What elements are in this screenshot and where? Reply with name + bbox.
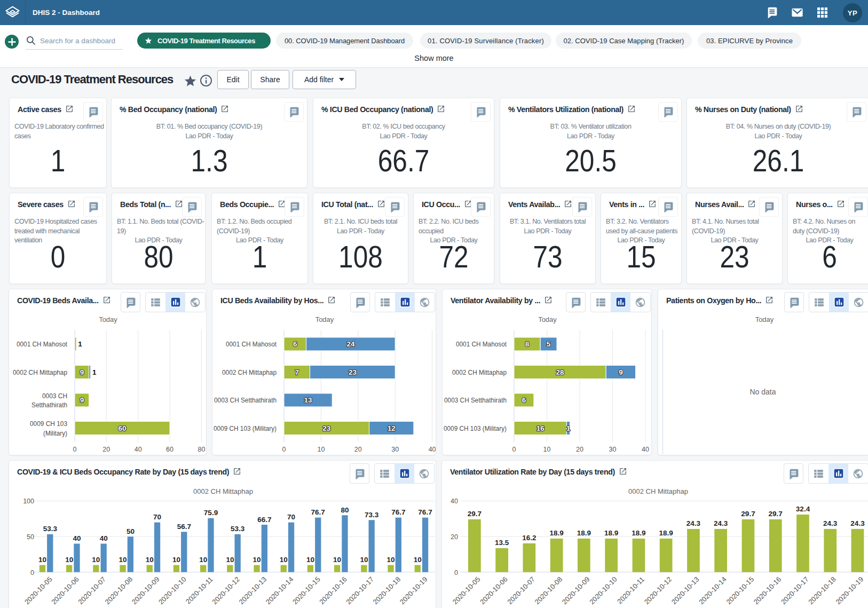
svg-text:2020-10-05: 2020-10-05 (451, 575, 482, 606)
svg-text:76.7: 76.7 (418, 508, 432, 516)
svg-text:2020-10-12: 2020-10-12 (210, 575, 241, 606)
svg-text:10: 10 (38, 556, 46, 564)
svg-text:9: 9 (80, 368, 84, 376)
svg-text:53.3: 53.3 (231, 525, 245, 533)
svg-text:2020-10-08: 2020-10-08 (104, 575, 135, 606)
svg-text:2020-10-17: 2020-10-17 (779, 575, 810, 606)
svg-text:24.3: 24.3 (823, 519, 838, 527)
svg-text:20: 20 (354, 446, 362, 453)
svg-text:10: 10 (414, 556, 422, 564)
svg-text:73.3: 73.3 (365, 511, 379, 519)
svg-text:2020-10-08: 2020-10-08 (533, 575, 564, 606)
svg-text:13: 13 (304, 396, 313, 404)
svg-text:10: 10 (253, 556, 261, 564)
svg-text:0003 CH Setthathirath: 0003 CH Setthathirath (444, 396, 507, 404)
svg-text:10: 10 (92, 556, 100, 564)
svg-text:23: 23 (349, 368, 357, 376)
svg-text:2020-10-19: 2020-10-19 (398, 575, 429, 606)
svg-text:Setthathirath: Setthathirath (31, 401, 67, 409)
svg-text:18.9: 18.9 (659, 529, 673, 537)
svg-text:(Military): (Military) (43, 429, 67, 437)
svg-text:Today: Today (755, 315, 774, 323)
svg-text:66.7: 66.7 (257, 516, 271, 524)
svg-text:0001 CH Mahosot: 0001 CH Mahosot (226, 340, 277, 348)
svg-text:75.9: 75.9 (204, 509, 218, 517)
svg-text:8: 8 (525, 340, 530, 348)
svg-text:0: 0 (512, 446, 516, 453)
svg-text:0002 CH Mittaphap: 0002 CH Mittaphap (628, 487, 688, 495)
svg-text:2020-10-07: 2020-10-07 (76, 575, 107, 606)
svg-text:0009 CH 103 (Military): 0009 CH 103 (Military) (214, 424, 277, 432)
svg-text:70: 70 (287, 513, 295, 521)
svg-text:16: 16 (536, 424, 545, 432)
svg-text:No data: No data (749, 388, 776, 396)
svg-text:60: 60 (166, 446, 173, 453)
svg-text:0: 0 (73, 446, 77, 453)
svg-text:2020-10-11: 2020-10-11 (616, 575, 646, 606)
svg-text:2020-10-18: 2020-10-18 (372, 575, 403, 606)
svg-text:10: 10 (199, 556, 207, 564)
svg-text:50: 50 (27, 533, 34, 541)
svg-text:10: 10 (306, 556, 314, 564)
svg-text:0: 0 (454, 569, 458, 577)
svg-text:24: 24 (346, 340, 355, 348)
svg-text:0002 CH Mittaphap: 0002 CH Mittaphap (222, 368, 277, 376)
svg-text:0001 CH Mahosot: 0001 CH Mahosot (456, 340, 507, 348)
svg-text:20: 20 (576, 446, 583, 453)
svg-text:32.4: 32.4 (796, 505, 810, 513)
svg-text:0: 0 (30, 569, 34, 577)
svg-text:2020-10-17: 2020-10-17 (344, 575, 375, 606)
svg-text:76.7: 76.7 (311, 508, 325, 516)
svg-text:53.3: 53.3 (43, 525, 58, 533)
svg-text:29.7: 29.7 (769, 510, 783, 518)
svg-text:2020-10-18: 2020-10-18 (807, 575, 838, 606)
svg-text:40: 40 (451, 498, 458, 505)
svg-text:2020-10-13: 2020-10-13 (670, 575, 701, 606)
svg-text:28: 28 (556, 368, 565, 376)
svg-text:18.9: 18.9 (577, 529, 591, 537)
svg-text:0002 CH Mittaphap: 0002 CH Mittaphap (13, 368, 67, 376)
svg-text:10: 10 (333, 556, 341, 564)
svg-text:24.3: 24.3 (686, 519, 701, 527)
svg-text:2020-10-06: 2020-10-06 (478, 575, 509, 606)
svg-text:18.9: 18.9 (604, 529, 618, 537)
svg-text:24.3: 24.3 (850, 519, 865, 527)
svg-text:80: 80 (198, 446, 205, 453)
svg-text:10: 10 (360, 556, 368, 564)
svg-text:10: 10 (317, 446, 325, 453)
svg-text:Today: Today (538, 315, 557, 323)
svg-text:13.5: 13.5 (495, 539, 509, 547)
svg-text:29.7: 29.7 (468, 510, 482, 518)
svg-text:1: 1 (92, 368, 97, 376)
svg-text:40: 40 (429, 446, 436, 453)
svg-text:9: 9 (80, 396, 84, 404)
svg-text:2020-10-09: 2020-10-09 (130, 575, 161, 606)
svg-text:2020-10-11: 2020-10-11 (184, 575, 215, 606)
svg-text:30: 30 (391, 446, 399, 453)
svg-text:2020-10-14: 2020-10-14 (697, 575, 728, 606)
svg-text:2020-10-10: 2020-10-10 (588, 575, 619, 606)
svg-text:56.7: 56.7 (177, 523, 191, 531)
svg-text:6: 6 (522, 396, 526, 404)
svg-text:10: 10 (226, 556, 234, 564)
svg-text:76.7: 76.7 (391, 508, 405, 516)
svg-text:16.2: 16.2 (522, 534, 536, 542)
svg-text:2020-10-15: 2020-10-15 (724, 575, 755, 606)
svg-text:0: 0 (282, 446, 286, 453)
svg-text:10: 10 (146, 556, 154, 564)
svg-text:100: 100 (23, 498, 34, 505)
svg-text:80: 80 (341, 506, 349, 514)
svg-text:23: 23 (322, 424, 331, 432)
svg-text:18.9: 18.9 (632, 529, 645, 537)
svg-text:0003 CH: 0003 CH (42, 392, 67, 400)
svg-text:Today: Today (315, 315, 334, 323)
svg-text:20: 20 (451, 533, 458, 541)
svg-text:10: 10 (280, 556, 288, 564)
svg-text:2020-10-19: 2020-10-19 (834, 575, 865, 606)
svg-text:24.3: 24.3 (714, 519, 728, 527)
svg-text:10: 10 (65, 556, 73, 564)
svg-text:20: 20 (102, 446, 110, 453)
svg-text:2020-10-10: 2020-10-10 (157, 575, 188, 606)
svg-text:2020-10-15: 2020-10-15 (291, 575, 322, 606)
svg-text:0002 CH Mittaphap: 0002 CH Mittaphap (193, 487, 253, 495)
